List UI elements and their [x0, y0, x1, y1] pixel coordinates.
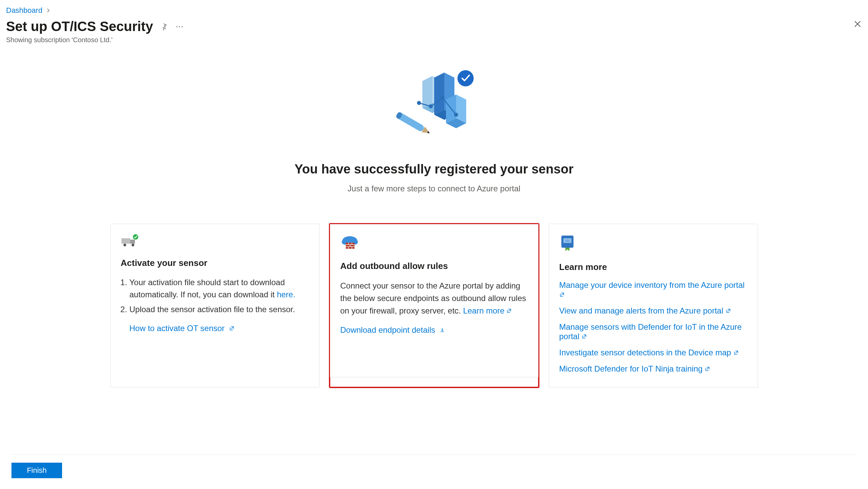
svg-marker-3: [422, 76, 432, 108]
learn-link-alerts[interactable]: View and manage alerts from the Azure po…: [559, 306, 731, 315]
howto-activate-link[interactable]: How to activate OT sensor: [130, 324, 309, 333]
hero-title: You have successfully registered your se…: [295, 162, 573, 176]
more-icon[interactable]: [175, 22, 184, 31]
svg-point-16: [457, 70, 474, 86]
page-subtitle: Showing subscription 'Contoso Ltd.': [6, 36, 862, 44]
download-here-link[interactable]: here.: [277, 290, 296, 299]
download-endpoint-link[interactable]: Download endpoint details: [340, 325, 528, 335]
svg-marker-6: [434, 73, 444, 115]
footer-separator: [11, 454, 857, 455]
svg-point-13: [429, 104, 433, 108]
svg-marker-40: [565, 248, 569, 251]
learn-link-manage-sensors[interactable]: Manage sensors with Defender for IoT in …: [559, 322, 742, 341]
finish-button[interactable]: Finish: [11, 463, 62, 478]
hero-subtitle: Just a few more steps to connect to Azur…: [347, 184, 520, 193]
download-icon: [440, 325, 445, 334]
learn-more-list: Manage your device inventory from the Az…: [559, 280, 748, 374]
activate-step-2: Upload the sensor activation file to the…: [130, 303, 309, 316]
external-link-icon: [506, 306, 512, 315]
truck-check-icon: [121, 234, 309, 248]
external-link-icon: [726, 306, 731, 315]
svg-text:101: 101: [565, 239, 570, 243]
external-link-icon: [559, 290, 565, 299]
svg-point-24: [132, 244, 134, 246]
card-outbound-rules: Add outbound allow rules Connect your se…: [330, 224, 539, 387]
svg-point-0: [176, 26, 177, 27]
svg-point-15: [454, 113, 458, 117]
card-title: Activate your sensor: [121, 258, 309, 268]
chevron-right-icon: [46, 8, 51, 13]
breadcrumb-link-dashboard[interactable]: Dashboard: [6, 6, 43, 15]
learn-more-link[interactable]: Learn more: [463, 306, 512, 315]
external-link-icon: [733, 348, 739, 357]
external-link-icon: [582, 332, 587, 341]
svg-point-23: [123, 244, 126, 246]
svg-point-12: [417, 101, 421, 105]
svg-point-2: [181, 26, 183, 27]
card-activate-sensor: Activate your sensor Your activation fil…: [110, 224, 319, 387]
learn-link-device-map[interactable]: Investigate sensor detections in the Dev…: [559, 348, 739, 357]
activate-step-1: Your activation file should start to dow…: [130, 276, 309, 301]
svg-rect-22: [130, 240, 135, 244]
card-learn-more: 101 Learn more Manage your device invent…: [549, 224, 758, 387]
book-badge-icon: 101: [559, 234, 748, 252]
svg-rect-21: [121, 238, 130, 244]
breadcrumb: Dashboard: [6, 6, 862, 15]
external-link-icon: [229, 324, 234, 333]
svg-point-14: [441, 96, 445, 100]
learn-link-device-inventory[interactable]: Manage your device inventory from the Az…: [559, 280, 745, 299]
outbound-body: Connect your sensor to the Azure portal …: [340, 279, 528, 317]
pin-icon[interactable]: [159, 22, 169, 31]
svg-point-25: [133, 234, 138, 240]
svg-point-1: [179, 26, 180, 27]
card-title: Learn more: [559, 262, 748, 272]
external-link-icon: [705, 364, 710, 373]
close-icon[interactable]: [853, 20, 862, 28]
page-title: Set up OT/ICS Security: [6, 19, 153, 34]
card-title: Add outbound allow rules: [340, 261, 528, 271]
cloud-firewall-icon: [340, 235, 528, 251]
learn-link-ninja-training[interactable]: Microsoft Defender for IoT Ninja trainin…: [559, 364, 710, 373]
success-illustration: [389, 57, 480, 142]
